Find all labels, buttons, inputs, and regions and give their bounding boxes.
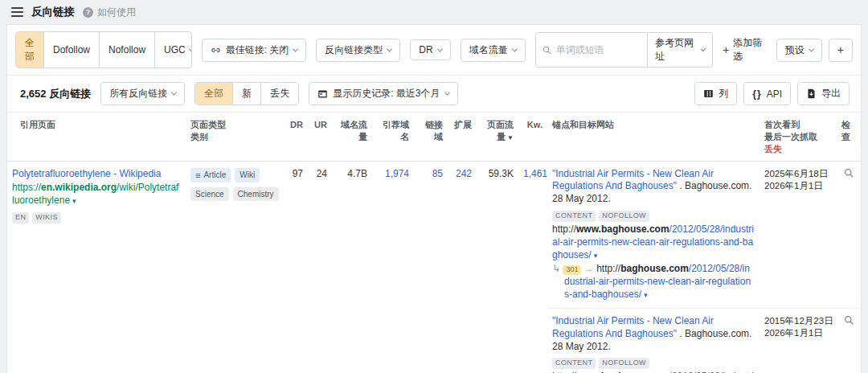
referring-page-cell: Polytetrafluoroethylene - Wikipedia http… [7, 161, 186, 373]
add-preset-button[interactable]: + [829, 39, 853, 62]
redirect-301-badge: 301 [563, 265, 581, 275]
linked-domains-value[interactable]: 85 [414, 161, 448, 373]
main-panel: 全部 Dofollow Nofollow UGC 最佳链接: 关闭 反向链接类型… [6, 24, 862, 373]
redirect-line: ↳ 301 → http://baghouse.com/2012/05/28/i… [552, 263, 755, 301]
dr-value: 97 [284, 161, 308, 373]
page-type-cell: ≡Article Wiki Science Chemistry [186, 161, 284, 373]
table-header-row: 引用页面 页面类型 类别 DR UR 域名流量 引荐域名 链接域 扩展 页面流量… [7, 113, 861, 162]
col-ur[interactable]: UR [308, 113, 332, 162]
status-all[interactable]: 全部 [195, 83, 233, 105]
results-toolbar: 2,652 反向链接 所有反向链接 全部 新 丢失 显示历史记录: 最近3个月 … [7, 75, 861, 112]
backlinks-table: 引用页面 页面类型 类别 DR UR 域名流量 引荐域名 链接域 扩展 页面流量… [7, 112, 861, 373]
backlink-type-filter[interactable]: 反向链接类型 [316, 39, 400, 62]
kw-value[interactable]: 1,461 [518, 161, 547, 373]
anchor-cell: "Industrial Air Permits - New Clean Air … [547, 308, 760, 373]
anchor-cell: "Industrial Air Permits - New Clean Air … [547, 161, 760, 308]
content-badge: CONTENT [552, 358, 596, 369]
recheck-icon[interactable] [844, 315, 854, 330]
content-badge: CONTENT [552, 211, 596, 222]
ref-domains-value[interactable]: 1,974 [372, 161, 414, 373]
col-anchor[interactable]: 锚点和目标网站 [547, 113, 760, 162]
col-referring-page[interactable]: 引用页面 [7, 113, 186, 162]
domain-traffic-filter[interactable]: 域名流量 [461, 39, 526, 62]
type-badge-wiki: Wiki [235, 168, 260, 183]
check-cell [837, 308, 861, 373]
col-domain-traffic[interactable]: 域名流量 [332, 113, 372, 162]
filter-ugc[interactable]: UGC [155, 32, 192, 68]
filter-nofollow[interactable]: Nofollow [100, 32, 155, 68]
sort-desc-icon: ▼ [507, 134, 514, 141]
plus-icon: + [837, 44, 844, 55]
status-new[interactable]: 新 [233, 83, 261, 105]
referring-page-url[interactable]: https://en.wikipedia.org/wiki/Polytetraf… [12, 182, 181, 207]
col-dates[interactable]: 首次看到 最后一次抓取 丢失 [760, 113, 837, 162]
chevron-down-icon [444, 90, 449, 96]
last-crawled-date: 2026年1月1日 [764, 327, 832, 339]
col-check[interactable]: 检查 [837, 113, 861, 162]
export-button[interactable]: 导出 [797, 82, 850, 105]
filter-bar: 全部 Dofollow Nofollow UGC 最佳链接: 关闭 反向链接类型… [7, 25, 861, 75]
referring-page-link[interactable]: Polytetrafluoroethylene - Wikipedia [12, 168, 161, 179]
col-dr[interactable]: DR [284, 113, 308, 162]
col-linked-domains[interactable]: 链接域 [414, 113, 448, 162]
chevron-down-icon [437, 46, 443, 51]
target-url[interactable]: http://www.baghouse.com/2012/05/28/indus… [552, 223, 755, 261]
nofollow-badge: NOFOLLOW [599, 211, 649, 222]
follow-mode-segment: 全部 Dofollow Nofollow UGC [15, 31, 192, 68]
platform-badge: WIKIS [32, 212, 61, 223]
ext-value[interactable]: 242 [448, 161, 477, 373]
col-ext[interactable]: 扩展 [448, 113, 477, 162]
toolbar-right: 列 {} API 导出 [694, 82, 853, 105]
menu-icon[interactable] [11, 7, 23, 17]
chevron-down-icon [387, 46, 392, 51]
col-ref-domains[interactable]: 引荐域名 [372, 113, 414, 162]
dr-filter[interactable]: DR [410, 39, 450, 60]
last-crawled-date: 2026年1月1日 [764, 180, 832, 192]
calendar-icon [317, 88, 328, 99]
presets-button[interactable]: 预设 [776, 39, 822, 62]
col-page-type[interactable]: 页面类型 类别 [186, 113, 284, 162]
language-badge: EN [12, 212, 29, 223]
table-row: Polytetrafluoroethylene - Wikipedia http… [7, 161, 861, 308]
recheck-icon[interactable] [844, 168, 854, 182]
col-kw[interactable]: Kw. [518, 113, 547, 162]
chevron-down-icon [189, 46, 192, 51]
col-page-traffic[interactable]: 页面流量▼ [477, 113, 518, 162]
arrow-right-icon: → [584, 263, 594, 274]
chevron-down-icon [293, 46, 298, 51]
columns-button[interactable]: 列 [694, 82, 737, 105]
url-expand-caret-icon[interactable]: ▾ [72, 197, 76, 205]
link-icon [211, 45, 221, 55]
scope-dropdown[interactable]: 所有反向链接 [100, 82, 185, 105]
help-label: 如何使用 [97, 6, 136, 19]
ur-value: 24 [308, 161, 332, 373]
history-dropdown[interactable]: 显示历史记录: 最近3个月 [309, 82, 457, 105]
filter-all[interactable]: 全部 [16, 32, 44, 68]
url-expand-caret-icon[interactable]: ▾ [644, 291, 648, 299]
chevron-down-icon [171, 90, 177, 96]
category-badge: Chemistry [233, 187, 279, 201]
how-to-use-link[interactable]: ? 如何使用 [83, 6, 136, 19]
search-scope-dropdown[interactable]: 参考页网址 [648, 32, 713, 68]
results-count: 2,652 反向链接 [15, 87, 91, 101]
article-icon: ≡ [195, 170, 200, 182]
search-input[interactable] [556, 44, 641, 55]
status-segment: 全部 新 丢失 [194, 82, 299, 105]
keyword-search-group: 参考页网址 [535, 32, 713, 68]
dates-cell: 2015年12月23日 2026年1月1日 [760, 308, 837, 373]
search-icon [542, 45, 551, 55]
app-header: 反向链接 ? 如何使用 [0, 0, 868, 24]
filter-bar-right: 预设 + [776, 39, 853, 62]
add-filter-button[interactable]: + 添加筛选 [723, 36, 767, 64]
nofollow-badge: NOFOLLOW [599, 358, 649, 369]
chevron-down-icon [809, 46, 814, 51]
filter-dofollow[interactable]: Dofollow [44, 32, 100, 68]
status-lost[interactable]: 丢失 [261, 83, 298, 105]
domain-traffic-value: 4.7B [332, 161, 372, 373]
best-links-button[interactable]: 最佳链接: 关闭 [202, 39, 307, 62]
search-box [535, 32, 648, 68]
columns-icon [703, 88, 714, 99]
braces-icon: {} [752, 88, 761, 100]
api-button[interactable]: {} API [743, 82, 791, 105]
url-expand-caret-icon[interactable]: ▾ [594, 252, 598, 260]
